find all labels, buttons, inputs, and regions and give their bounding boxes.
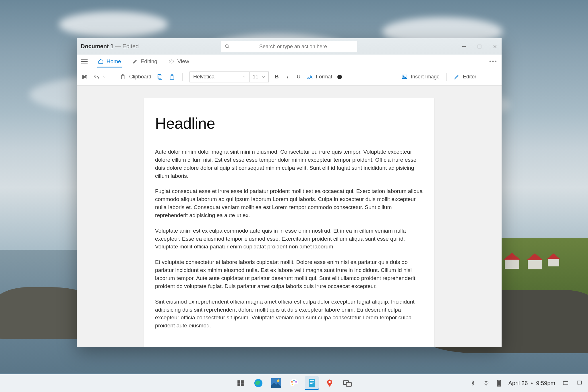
bluetooth-icon[interactable] xyxy=(470,380,475,387)
wifi-icon[interactable] xyxy=(482,380,490,386)
clipboard-label: Clipboard xyxy=(129,74,151,80)
desktop-wallpaper: Document 1 — Edited Home Editing xyxy=(0,0,588,392)
svg-point-25 xyxy=(293,380,295,381)
taskbar-app-wordpad[interactable] xyxy=(305,376,319,390)
taskbar-app-taskview[interactable] xyxy=(341,376,354,390)
battery-icon[interactable] xyxy=(497,379,501,387)
align-left-button[interactable] xyxy=(356,74,363,80)
italic-button[interactable]: I xyxy=(285,74,291,80)
dot-separator-icon xyxy=(531,383,533,384)
align-right-button[interactable] xyxy=(380,74,387,80)
svg-rect-37 xyxy=(498,380,500,380)
copy-button[interactable] xyxy=(156,74,163,80)
action-center-icon[interactable] xyxy=(562,380,569,386)
svg-rect-29 xyxy=(310,380,314,381)
svg-point-16 xyxy=(403,76,404,77)
svg-rect-38 xyxy=(498,381,500,386)
svg-rect-18 xyxy=(241,380,244,383)
chevron-down-icon xyxy=(102,75,106,79)
taskbar-clock[interactable]: April 26 9:59pm xyxy=(508,380,555,387)
font-size-value: 11 xyxy=(253,74,258,80)
ribbon-toolbar: Clipboard Helvetica 11 B I U xyxy=(77,68,502,86)
insert-image-button[interactable]: Insert Image xyxy=(401,74,440,80)
format-icon: aA xyxy=(307,74,313,80)
tab-home-label: Home xyxy=(107,58,121,65)
tab-view[interactable]: View xyxy=(168,55,190,67)
paste-icon xyxy=(169,74,175,80)
map-pin-icon xyxy=(325,378,334,388)
more-button[interactable]: ••• xyxy=(489,58,498,65)
bold-button[interactable]: B xyxy=(274,74,280,80)
close-button[interactable] xyxy=(492,44,498,49)
svg-rect-10 xyxy=(158,74,161,78)
undo-button[interactable] xyxy=(93,74,106,80)
font-size-select[interactable]: 11 xyxy=(250,72,269,82)
taskbar-apps xyxy=(234,376,354,390)
search-input[interactable] xyxy=(233,44,354,50)
windows-icon xyxy=(237,379,244,387)
svg-rect-40 xyxy=(563,381,568,382)
document-paragraph[interactable]: Voluptate anim est ex culpa commodo aute… xyxy=(155,227,423,251)
font-family-select[interactable]: Helvetica xyxy=(189,72,250,82)
document-paragraph[interactable]: Fugiat consequat esse et irure esse id p… xyxy=(155,187,423,219)
font-color-button[interactable] xyxy=(337,75,342,79)
document-paragraph[interactable]: Aute dolor minim dolor magna sint minim … xyxy=(155,148,423,180)
house-icon xyxy=(548,258,559,267)
titlebar[interactable]: Document 1 — Edited xyxy=(77,38,502,55)
pencil-icon xyxy=(132,59,138,64)
underline-button[interactable]: U xyxy=(296,74,301,80)
pen-icon xyxy=(454,74,460,80)
clipboard-button[interactable]: Clipboard xyxy=(120,74,151,80)
insert-image-label: Insert Image xyxy=(411,74,440,80)
maximize-button[interactable] xyxy=(477,44,482,49)
taskbar-app-photos[interactable] xyxy=(269,376,283,390)
hamburger-button[interactable] xyxy=(81,59,88,63)
window-title: Document 1 — Edited xyxy=(81,43,139,50)
minimize-button[interactable] xyxy=(461,44,467,49)
tab-editing-label: Editing xyxy=(141,58,157,65)
image-icon xyxy=(401,74,408,80)
paint-icon xyxy=(289,378,299,388)
svg-point-24 xyxy=(291,381,293,383)
tabs-bar: Home Editing View ••• xyxy=(77,55,502,68)
canvas-area: Headline Aute dolor minim dolor magna si… xyxy=(77,86,502,347)
svg-rect-30 xyxy=(310,382,314,382)
taskbar-date: April 26 xyxy=(508,380,528,387)
paste-button[interactable] xyxy=(169,74,175,80)
svg-point-0 xyxy=(225,45,229,48)
chevron-down-icon xyxy=(262,75,266,79)
document-headline[interactable]: Headline xyxy=(155,114,423,132)
start-button[interactable] xyxy=(234,376,247,390)
editor-label: Editor xyxy=(463,74,476,80)
format-button[interactable]: aA Format xyxy=(307,74,332,80)
font-family-value: Helvetica xyxy=(193,74,214,80)
tab-view-label: View xyxy=(177,58,189,65)
editor-button[interactable]: Editor xyxy=(454,74,476,80)
separator xyxy=(349,73,349,81)
save-icon xyxy=(82,74,88,80)
save-button[interactable] xyxy=(81,74,88,80)
taskbar-tray: April 26 9:59pm xyxy=(470,379,583,387)
document-paragraph[interactable]: Et voluptate consectetur et labore labor… xyxy=(155,258,423,290)
taskbar-app-maps[interactable] xyxy=(323,376,336,390)
svg-point-35 xyxy=(486,385,487,386)
separator xyxy=(113,73,113,81)
svg-rect-17 xyxy=(237,380,240,383)
edge-icon xyxy=(254,378,263,388)
taskbar-app-paint[interactable] xyxy=(287,376,301,390)
notifications-icon[interactable] xyxy=(576,380,583,386)
document-paragraph[interactable]: Sint eiusmod ex reprehenderit officia ma… xyxy=(155,298,423,330)
taskbar-time: 9:59pm xyxy=(536,380,555,387)
tab-home[interactable]: Home xyxy=(97,55,122,67)
taskbar-app-edge[interactable] xyxy=(252,376,265,390)
search-box[interactable] xyxy=(221,41,357,52)
format-label: Format xyxy=(316,74,332,80)
align-center-button[interactable] xyxy=(368,74,375,80)
separator xyxy=(182,73,183,81)
svg-rect-34 xyxy=(346,383,351,387)
document-page[interactable]: Headline Aute dolor minim dolor magna si… xyxy=(144,98,434,347)
svg-rect-31 xyxy=(310,383,313,384)
eye-icon xyxy=(168,59,175,64)
tab-editing[interactable]: Editing xyxy=(131,55,158,67)
svg-line-1 xyxy=(228,47,229,49)
